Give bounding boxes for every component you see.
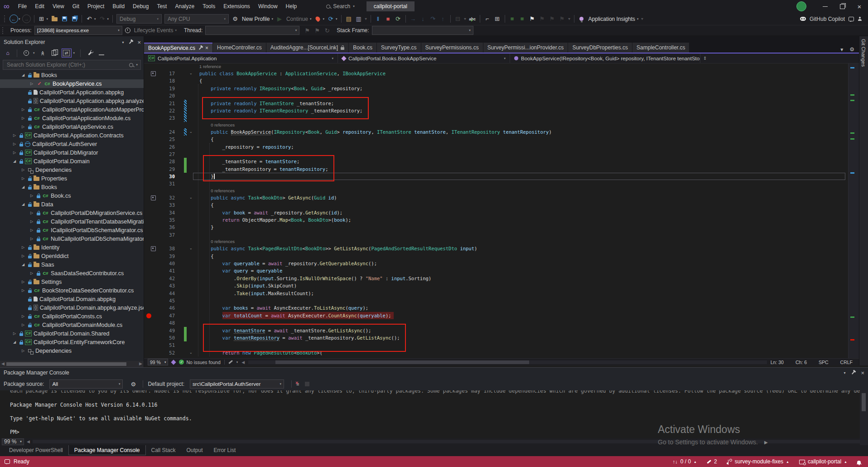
tree-item-callpilotportal-application-contracts[interactable]: ▷C#CallpilotPortal.Application.Contracts <box>0 131 144 140</box>
tree-item-settings[interactable]: ▷Settings <box>0 277 144 286</box>
step-into-icon[interactable]: ↓ <box>419 14 428 24</box>
tree-collapsed-icon[interactable]: ▷ <box>29 211 35 215</box>
step-out-icon[interactable]: ↑ <box>439 14 448 24</box>
tree-item-callpilotportaldomainmodule-cs[interactable]: ▷C#CallpilotPortalDomainModule.cs <box>0 321 144 329</box>
code-line-25[interactable]: 25 { <box>144 136 848 143</box>
fold-collapse-icon[interactable]: ⌄ <box>189 70 193 77</box>
tree-collapsed-icon[interactable]: ▷ <box>29 271 35 275</box>
hot-reload-flame-icon[interactable] <box>313 14 323 24</box>
toolbar-overflow-icon[interactable]: ▿ <box>464 17 466 21</box>
clear-console-icon[interactable]: ≡ <box>296 381 299 387</box>
code-line-19[interactable]: 19 private readonly IRepository<Book, Gu… <box>144 85 848 92</box>
configuration-dropdown[interactable]: Debug▾ <box>116 14 162 24</box>
tab-auditedaggre-sourcelink[interactable]: AuditedAggre...[SourceLink] <box>266 43 348 53</box>
fold-collapse-icon[interactable]: ⌄ <box>189 128 193 136</box>
code-line-35[interactable]: 35 return ObjectMapper.Map<Book, BookDto… <box>144 216 848 224</box>
document-health-indicator[interactable]: ✓ No issues found <box>179 360 220 365</box>
nav-back-icon[interactable]: ← <box>9 14 18 24</box>
menu-extensions[interactable]: Extensions <box>219 0 254 13</box>
tree-expanded-icon[interactable]: ◢ <box>20 263 26 267</box>
navigate-group-icon[interactable]: ⌐ <box>483 14 492 24</box>
panel-dock-icon[interactable]: ▾ <box>844 371 845 375</box>
dropdown-caret-icon[interactable]: ▾ <box>47 17 48 21</box>
code-line-36[interactable]: 36 } <box>144 224 848 231</box>
editor-scroll-left-icon[interactable]: ◀ <box>241 360 245 365</box>
document-list-icon[interactable]: ▼ <box>839 47 844 52</box>
intellicode-icon[interactable] <box>171 360 176 365</box>
column-indicator[interactable]: Ch: 6 <box>796 360 807 365</box>
se-collapse-all-icon[interactable]: ≪ <box>38 49 48 58</box>
inheritance-margin-icon[interactable] <box>151 71 156 76</box>
stop-console-icon[interactable] <box>305 382 309 386</box>
se-preview-icon[interactable] <box>96 49 106 58</box>
toolbar-overflow-icon[interactable]: ▿ <box>641 17 643 21</box>
editor-hscroll-thumb[interactable] <box>275 360 529 364</box>
spaces-indicator[interactable]: SPC <box>819 360 829 365</box>
copilot-user-icon[interactable] <box>858 17 862 21</box>
github-copilot-icon[interactable] <box>800 17 806 21</box>
code-line-37[interactable]: 37 <box>144 231 848 238</box>
editor-horizontal-scrollbar[interactable] <box>248 360 767 364</box>
apply-code-changes-icon[interactable]: ▤ <box>344 14 353 24</box>
undo-icon[interactable]: ↶ <box>85 14 94 24</box>
inheritance-margin-icon[interactable] <box>151 246 156 251</box>
default-project-dropdown[interactable]: src\CallpilotPortal.AuthServer ▾ <box>190 379 284 389</box>
tab-surveytype-cs[interactable]: SurveyType.cs <box>377 43 421 53</box>
breadcrumb-segment-2[interactable]: BookAppService(IRepository<Book, Guid> r… <box>510 54 700 63</box>
code-line-34[interactable]: 34 var book = await _repository.GetAsync… <box>144 209 848 216</box>
tree-expanded-icon[interactable]: ◢ <box>11 340 18 344</box>
tree-item-book-cs[interactable]: ▷C#Book.cs <box>0 191 144 200</box>
breakpoint-icon[interactable] <box>146 313 151 318</box>
clear-bookmarks-icon[interactable]: ⚑ <box>558 14 567 24</box>
code-editor[interactable]: 1 reference17⌄public class BookAppServic… <box>144 63 848 358</box>
thread-dropdown[interactable]: ▾ <box>205 26 299 35</box>
menu-help[interactable]: Help <box>282 0 301 13</box>
toolbar-overflow-icon[interactable]: ▿ <box>365 17 367 21</box>
new-profile-label[interactable]: New Profile <box>242 16 270 22</box>
panel-tab-package-manager-console[interactable]: Package Manager Console <box>68 445 146 455</box>
pending-edits-indicator[interactable]: 2 <box>707 458 717 465</box>
tree-collapsed-icon[interactable]: ▷ <box>20 176 26 180</box>
fold-collapse-icon[interactable]: ⌄ <box>189 194 193 201</box>
breadcrumb-segment-1[interactable]: CallpilotPortal.Books.BookAppService▾ <box>338 54 510 63</box>
se-sync-active-document-icon[interactable]: ⇄ <box>62 49 72 58</box>
prev-bookmark-icon[interactable]: ⚑ <box>538 14 547 24</box>
notifications-bell-icon[interactable] <box>857 461 861 464</box>
code-line-41[interactable]: 41 var query = queryable <box>144 267 848 274</box>
tree-collapsed-icon[interactable]: ▷ <box>29 82 35 86</box>
tree-collapsed-icon[interactable]: ▷ <box>29 237 35 241</box>
tree-collapsed-icon[interactable]: ▷ <box>20 280 26 284</box>
solution-explorer-search-input[interactable] <box>6 61 126 68</box>
flag-threads-icon[interactable]: ⚑ <box>313 25 322 36</box>
tree-item-data[interactable]: ◢Data <box>0 200 144 209</box>
github-copilot-label[interactable]: GitHub Copilot <box>810 16 845 22</box>
line-ending-indicator[interactable]: CRLF <box>840 360 853 365</box>
panel-tab-developer-powershell[interactable]: Developer PowerShell <box>4 445 68 455</box>
next-bookmark-icon[interactable]: ⚑ <box>548 14 557 24</box>
console-scroll-left-icon[interactable]: ◀ <box>27 439 30 444</box>
restart-debug-icon[interactable]: ⟳ <box>394 14 403 24</box>
step-over-icon[interactable]: ↷ <box>429 14 438 24</box>
code-line-40[interactable]: 40 var queryable = await _repository.Get… <box>144 260 848 267</box>
code-analysis-icon[interactable]: ⊟ <box>453 14 463 24</box>
se-dropdown-caret-icon[interactable]: ▾ <box>73 51 75 55</box>
tree-expanded-icon[interactable]: ◢ <box>20 73 26 77</box>
editor-vertical-scrollbar[interactable] <box>848 63 859 358</box>
tree-collapsed-icon[interactable]: ▷ <box>29 228 35 232</box>
tree-item-callpilotportalapplicationmodule-cs[interactable]: ▷C#CallpilotPortalApplicationModule.cs <box>0 114 144 122</box>
dropdown-caret-icon[interactable]: ▾ <box>323 17 325 21</box>
tab-homecontroller-cs[interactable]: HomeController.cs <box>213 43 266 53</box>
dropdown-caret-icon[interactable]: ▾ <box>336 17 338 21</box>
package-source-settings-icon[interactable]: ⚙ <box>129 379 138 389</box>
code-line-38[interactable]: 38⌄ public async Task<PagedResultDto<Boo… <box>144 245 848 252</box>
save-icon[interactable] <box>60 14 69 24</box>
tab-pin-icon[interactable] <box>199 47 202 50</box>
tree-item-callpilotportaldbmigrationservice-cs[interactable]: ▷C#CallpilotPortalDbMigrationService.cs <box>0 209 144 217</box>
branch-indicator[interactable]: survey-module-fixes ▲ <box>727 458 789 465</box>
tree-collapsed-icon[interactable]: ▷ <box>20 107 26 112</box>
profile-gear-icon[interactable]: ⚙ <box>231 14 240 24</box>
menu-edit[interactable]: Edit <box>31 0 48 13</box>
dropdown-caret-icon[interactable]: ▾ <box>19 17 20 21</box>
dropdown-caret-icon[interactable]: ▾ <box>310 17 312 21</box>
tree-expanded-icon[interactable]: ◢ <box>11 159 18 163</box>
